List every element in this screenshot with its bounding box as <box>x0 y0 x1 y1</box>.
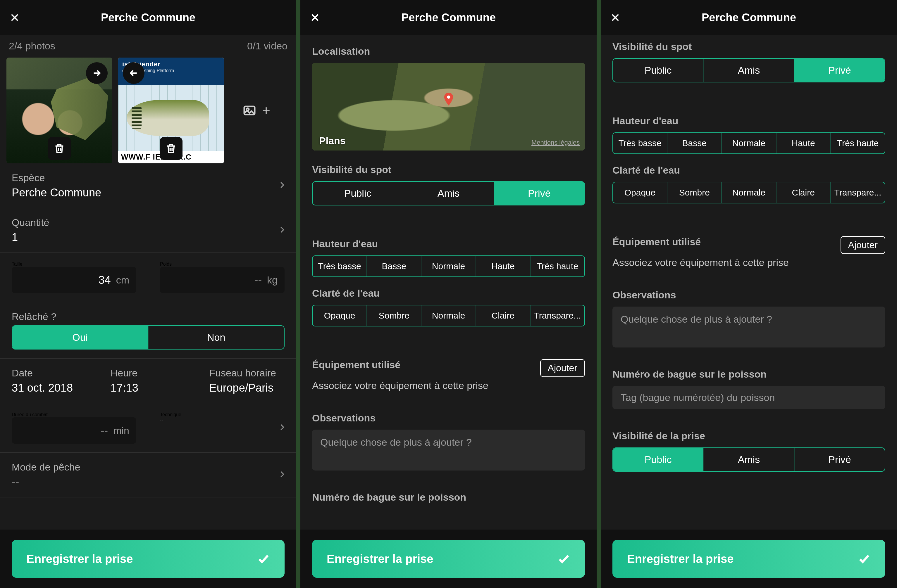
screen-2: Perche Commune Localisation Plans Mentio… <box>300 0 597 588</box>
page-title: Perche Commune <box>401 11 496 24</box>
page-title: Perche Commune <box>101 11 195 24</box>
wh-1[interactable]: Basse <box>366 256 421 276</box>
wc-0[interactable]: Opaque <box>313 305 366 326</box>
datetime-row[interactable]: Date31 oct. 2018 Heure17:13 Fuseau horai… <box>0 359 296 403</box>
species-row[interactable]: Espèce Perche Commune <box>0 163 296 208</box>
size-label: Taille <box>12 261 136 267</box>
observations-label: Observations <box>312 412 585 424</box>
visibility-public[interactable]: Public <box>313 182 403 205</box>
wc-3[interactable]: Claire <box>476 305 530 326</box>
wh-1[interactable]: Basse <box>667 133 721 153</box>
delete-photo-button[interactable] <box>48 137 71 160</box>
visibility-private[interactable]: Privé <box>794 59 885 82</box>
wh-3[interactable]: Haute <box>776 133 830 153</box>
save-button[interactable]: Enregistrer la prise <box>312 540 585 578</box>
reorder-left[interactable] <box>123 62 144 84</box>
close-button[interactable] <box>609 12 621 23</box>
weight-input[interactable]: -- kg <box>160 267 285 293</box>
tag-label: Numéro de bague sur le poisson <box>612 368 885 380</box>
visibility-private[interactable]: Privé <box>494 182 584 205</box>
spot-visibility-section: Visibilité du spot Public Amis Privé <box>601 35 897 93</box>
wc-1[interactable]: Sombre <box>366 305 421 326</box>
save-label: Enregistrer la prise <box>627 552 734 565</box>
add-equipment-button[interactable]: Ajouter <box>540 359 585 377</box>
add-equipment-button[interactable]: Ajouter <box>840 236 885 254</box>
wh-4[interactable]: Très haute <box>830 133 885 153</box>
wc-2[interactable]: Normale <box>721 182 776 203</box>
chevron-right-icon <box>278 179 286 192</box>
photo-2[interactable]: ishFriendere Social Fishing Platform WWW… <box>118 58 224 163</box>
footer: Enregistrer la prise <box>300 530 597 588</box>
observations-input[interactable]: Quelque chose de plus à ajouter ? <box>312 429 585 470</box>
wh-0[interactable]: Très basse <box>313 256 366 276</box>
map-pin-icon <box>444 93 454 107</box>
observations-input[interactable]: Quelque chose de plus à ajouter ? <box>612 307 885 347</box>
released-yes[interactable]: Oui <box>12 326 148 349</box>
water-clarity-label: Clarté de l'eau <box>612 165 885 176</box>
photo-1[interactable] <box>6 58 112 163</box>
tag-input[interactable]: Tag (bague numérotée) du poisson <box>612 386 885 409</box>
fight-input[interactable]: -- min <box>12 417 136 444</box>
wc-4[interactable]: Transpare... <box>830 182 885 203</box>
plus-icon: + <box>262 102 270 119</box>
screen-1: Perche Commune 2/4 photos 0/1 video ishF… <box>0 0 296 588</box>
trash-icon <box>54 143 65 154</box>
visibility-friends[interactable]: Amis <box>703 59 794 82</box>
equipment-label: Équipement utilisé <box>612 236 701 247</box>
water-clarity-segment: Opaque Sombre Normale Claire Transpare..… <box>612 182 885 203</box>
close-button[interactable] <box>9 12 20 23</box>
wc-3[interactable]: Claire <box>776 182 830 203</box>
wh-3[interactable]: Haute <box>476 256 530 276</box>
chevron-right-icon <box>278 468 286 482</box>
save-label: Enregistrer la prise <box>327 552 433 565</box>
visibility-public[interactable]: Public <box>613 448 703 471</box>
save-button[interactable]: Enregistrer la prise <box>12 540 285 578</box>
content: Visibilité du spot Public Amis Privé Hau… <box>601 35 897 588</box>
map-legal-link[interactable]: Mentions légales <box>531 139 580 147</box>
video-count: 0/1 video <box>247 40 288 52</box>
photo-count: 2/4 photos <box>9 40 55 52</box>
location-section: Localisation Plans Mentions légales <box>300 35 597 161</box>
released-no[interactable]: Non <box>148 326 284 349</box>
water-height-label: Hauteur d'eau <box>612 115 885 127</box>
delete-photo-button[interactable] <box>160 137 182 160</box>
visibility-friends[interactable]: Amis <box>703 448 794 471</box>
mode-row[interactable]: Mode de pêche -- <box>0 453 296 497</box>
fight-label: Durée du combat <box>12 412 136 417</box>
add-media-slot[interactable]: + <box>230 58 277 163</box>
water-clarity-label: Clarté de l'eau <box>312 287 585 299</box>
observations-section: Observations Quelque chose de plus à ajo… <box>300 402 597 481</box>
header: Perche Commune <box>300 0 597 35</box>
wh-2[interactable]: Normale <box>421 256 475 276</box>
wc-0[interactable]: Opaque <box>613 182 667 203</box>
visibility-private[interactable]: Privé <box>794 448 885 471</box>
svg-point-2 <box>447 96 450 99</box>
weight-cell: Poids -- kg <box>148 253 296 302</box>
released-label: Relâché ? <box>12 311 285 322</box>
wc-1[interactable]: Sombre <box>667 182 721 203</box>
save-label: Enregistrer la prise <box>26 552 133 565</box>
technique-cell[interactable]: Technique -- <box>148 403 296 453</box>
date-value: 31 oct. 2018 <box>12 382 93 394</box>
wh-0[interactable]: Très basse <box>613 133 667 153</box>
header: Perche Commune <box>601 0 897 35</box>
visibility-friends[interactable]: Amis <box>403 182 493 205</box>
wc-4[interactable]: Transpare... <box>530 305 584 326</box>
wh-4[interactable]: Très haute <box>530 256 584 276</box>
spot-visibility-label: Visibilité du spot <box>612 41 885 52</box>
map[interactable]: Plans Mentions légales <box>312 63 585 151</box>
size-input[interactable]: 34 cm <box>12 267 136 293</box>
wc-2[interactable]: Normale <box>421 305 475 326</box>
spot-visibility-section: Visibilité du spot Public Amis Privé <box>300 161 597 216</box>
size-unit: cm <box>116 275 129 286</box>
equipment-subtitle: Associez votre équipement à cette prise <box>612 257 885 268</box>
close-button[interactable] <box>309 12 321 23</box>
visibility-public[interactable]: Public <box>613 59 703 82</box>
observations-label: Observations <box>612 289 885 301</box>
check-icon <box>858 552 871 565</box>
footer: Enregistrer la prise <box>0 530 296 588</box>
save-button[interactable]: Enregistrer la prise <box>612 540 885 578</box>
reorder-right[interactable] <box>86 62 108 84</box>
wh-2[interactable]: Normale <box>721 133 776 153</box>
quantity-row[interactable]: Quantité 1 <box>0 208 296 253</box>
